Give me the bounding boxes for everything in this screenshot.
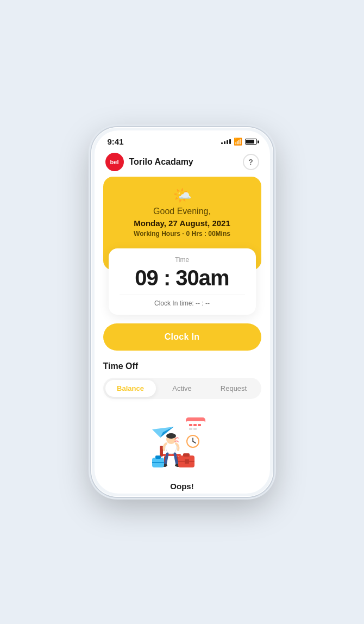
svg-rect-3 — [193, 424, 197, 426]
working-hours: Working Hours - 0 Hrs : 00Mins — [114, 230, 250, 238]
header-left: bel Torilo Acadamy — [105, 153, 193, 171]
working-hours-prefix: Working Hours - — [134, 230, 186, 238]
svg-rect-11 — [162, 454, 181, 456]
clock-in-time: Clock In time: -- : -- — [120, 299, 245, 307]
phone-frame: 9:41 📶 bel Torilo Acadamy ? — [91, 127, 273, 497]
greeting-text: Good Evening, — [114, 207, 250, 216]
tab-request[interactable]: Request — [209, 380, 259, 397]
time-display: 09 : 30am — [120, 266, 245, 290]
working-hours-value: 0 Hrs : 00Mins — [186, 230, 230, 238]
help-button[interactable]: ? — [243, 154, 259, 170]
svg-rect-23 — [185, 459, 189, 464]
empty-illustration — [147, 413, 217, 473]
time-off-tabs: Balance Active Request — [103, 378, 261, 399]
svg-rect-25 — [155, 455, 161, 459]
greeting-emoji: 🌤️ — [114, 186, 250, 204]
clock-card: Time 09 : 30am Clock In time: -- : -- — [109, 248, 256, 315]
clock-in-time-value: -- : -- — [196, 299, 210, 307]
clock-divider — [120, 295, 245, 295]
clock-in-time-label: Clock In time: — [154, 299, 194, 307]
app-title: Torilo Acadamy — [129, 157, 193, 167]
empty-state: Oops! You don't have any active time off — [103, 408, 261, 494]
battery-icon — [245, 139, 257, 145]
svg-rect-4 — [198, 424, 201, 426]
time-off-section: Time Off Balance Active Request — [103, 361, 261, 494]
svg-rect-5 — [189, 428, 192, 430]
brand-logo: bel — [105, 153, 124, 171]
greeting-date: Monday, 27 August, 2021 — [114, 219, 250, 228]
tab-active[interactable]: Active — [157, 380, 208, 397]
time-off-title: Time Off — [103, 361, 261, 371]
empty-state-title: Oops! — [103, 482, 261, 491]
status-icons: 📶 — [221, 138, 257, 146]
svg-rect-6 — [193, 428, 197, 430]
signal-icon — [221, 139, 231, 144]
wifi-icon: 📶 — [234, 138, 242, 146]
status-bar: 9:41 📶 — [95, 130, 270, 149]
tab-balance[interactable]: Balance — [105, 380, 156, 397]
svg-rect-14 — [160, 446, 163, 457]
svg-rect-2 — [189, 424, 192, 426]
screen: 9:41 📶 bel Torilo Acadamy ? — [95, 130, 270, 494]
svg-point-17 — [166, 433, 176, 439]
time-label: Time — [120, 256, 245, 264]
status-time: 9:41 — [108, 137, 124, 146]
main-content: 🌤️ Good Evening, Monday, 27 August, 2021… — [95, 177, 270, 494]
app-header: bel Torilo Acadamy ? — [95, 149, 270, 177]
svg-rect-21 — [183, 453, 190, 457]
clock-in-button[interactable]: Clock In — [103, 323, 261, 351]
